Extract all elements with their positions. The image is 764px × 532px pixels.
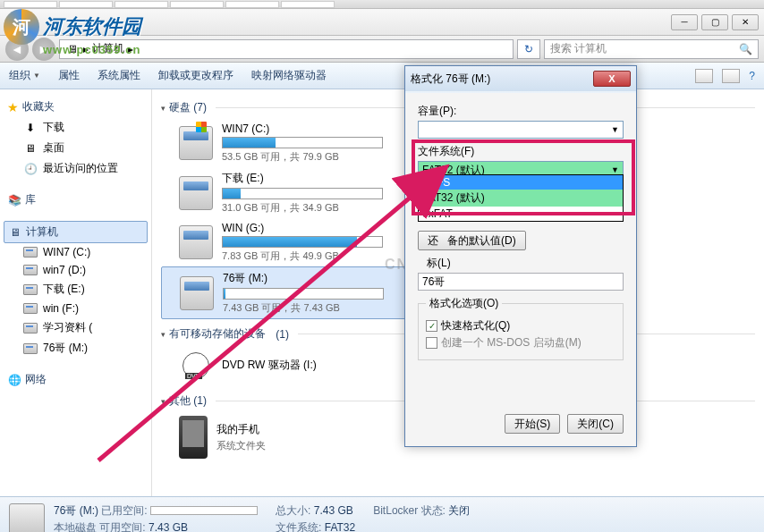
sidebar-drive-c[interactable]: WIN7 (C:) [4, 243, 148, 261]
search-placeholder: 搜索 计算机 [550, 41, 607, 56]
sidebar-drive-m[interactable]: 76哥 (M:) [4, 338, 148, 359]
forward-button[interactable]: ► [32, 38, 55, 61]
sidebar-drive-d[interactable]: win7 (D:) [4, 261, 148, 279]
breadcrumb-computer[interactable]: 计算机 [92, 41, 124, 56]
fs-option-exfat[interactable]: exFAT [419, 207, 623, 221]
desktop-icon: 🖥 [23, 141, 38, 156]
preview-pane-button[interactable] [722, 69, 740, 83]
quick-format-checkbox[interactable]: ✓快速格式化(Q) [426, 318, 615, 334]
sidebar-drive-f[interactable]: win (F:) [4, 300, 148, 317]
dvd-drive[interactable]: DVD DVD RW 驱动器 (I:) [161, 345, 412, 386]
nav-bar: ◄ ► 🖥 ▸ 计算机 ▸ ↻ 搜索 计算机 🔍 [0, 36, 764, 63]
msdos-checkbox[interactable]: 创建一个 MS-DOS 启动盘(M) [426, 335, 615, 350]
fs-option-fat32[interactable]: FAT32 (默认) [419, 190, 623, 207]
browser-tab-strip [0, 0, 764, 9]
search-input[interactable]: 搜索 计算机 🔍 [544, 39, 759, 59]
drive-icon [23, 323, 38, 334]
computer-icon: 🖥 [65, 42, 80, 56]
filesystem-dropdown-list: NTFS FAT32 (默认) exFAT [418, 174, 624, 222]
phone-icon [179, 416, 208, 459]
recent-icon: 🕘 [23, 162, 38, 176]
minimize-button[interactable]: ─ [671, 14, 698, 30]
restore-defaults-button[interactable]: 还 备的默认值(D) [418, 231, 526, 250]
window-close-button[interactable]: ✕ [732, 14, 759, 30]
search-icon: 🔍 [739, 43, 752, 55]
usage-bar [150, 506, 258, 515]
drive-e[interactable]: 下载 (E:) 31.0 GB 可用，共 34.9 GB [161, 167, 412, 218]
help-icon[interactable]: ? [749, 70, 755, 82]
drive-icon [23, 247, 38, 258]
drive-icon [179, 176, 213, 210]
computer-icon: 🖥 [8, 225, 22, 240]
drive-m[interactable]: 76哥 (M:) 7.43 GB 可用，共 7.43 GB [161, 266, 412, 319]
drive-icon [180, 276, 214, 310]
maximize-button[interactable]: ▢ [701, 14, 728, 30]
sidebar-downloads[interactable]: ⬇下载 [4, 117, 148, 138]
fs-option-ntfs[interactable]: NTFS [419, 175, 623, 190]
dvd-icon: DVD [179, 349, 213, 383]
drive-icon [179, 225, 213, 259]
start-button[interactable]: 开始(S) [505, 414, 560, 434]
capacity-label: 容量(P): [418, 104, 624, 119]
format-options-group: 格式化选项(O) ✓快速格式化(Q) 创建一个 MS-DOS 启动盘(M) [418, 296, 624, 360]
drive-icon [23, 265, 38, 275]
drive-icon [23, 284, 38, 295]
favorites-header[interactable]: ★收藏夹 [4, 97, 148, 117]
sidebar: ★收藏夹 ⬇下载 🖥桌面 🕘最近访问的位置 📚库 🖥计算机 WIN7 (C:) … [0, 89, 152, 496]
checkbox-checked-icon: ✓ [426, 320, 437, 332]
format-dialog: 格式化 76哥 (M:) X 容量(P): ▼ 文件系统(F) FAT32 (默… [404, 65, 637, 447]
back-button[interactable]: ◄ [5, 38, 29, 61]
drive-g[interactable]: WIN (G:) 7.83 GB 可用，共 49.9 GB [161, 218, 412, 266]
sidebar-desktop[interactable]: 🖥桌面 [4, 138, 148, 158]
dialog-title: 格式化 76哥 (M:) [411, 72, 490, 87]
library-icon: 📚 [7, 193, 21, 207]
volume-label-text: 标(L) [418, 256, 624, 271]
filesystem-label: 文件系统(F) [418, 144, 624, 159]
volume-label-input[interactable]: 76哥 [418, 273, 624, 291]
properties-button[interactable]: 属性 [58, 68, 80, 83]
drive-icon [23, 343, 38, 354]
status-bar: 76哥 (M:) 已用空间: 本地磁盘 可用空间: 7.43 GB 总大小: 7… [0, 496, 764, 532]
libraries-header[interactable]: 📚库 [4, 190, 148, 210]
drive-icon [9, 503, 45, 533]
download-icon: ⬇ [23, 121, 38, 135]
dialog-close-button[interactable]: X [593, 71, 631, 87]
window-titlebar: ─ ▢ ✕ [0, 9, 764, 36]
breadcrumb[interactable]: 🖥 ▸ 计算机 ▸ [59, 39, 514, 59]
refresh-button[interactable]: ↻ [517, 39, 540, 59]
view-toggle-button[interactable] [695, 69, 713, 83]
map-network-drive-button[interactable]: 映射网络驱动器 [251, 68, 327, 83]
system-properties-button[interactable]: 系统属性 [98, 68, 140, 83]
checkbox-icon [426, 337, 437, 349]
drive-icon [179, 126, 213, 160]
command-bar: 组织▼ 属性 系统属性 卸载或更改程序 映射网络驱动器 ? [0, 63, 764, 89]
dialog-titlebar[interactable]: 格式化 76哥 (M:) X [405, 66, 636, 91]
network-header[interactable]: 🌐网络 [4, 369, 148, 390]
sidebar-drive-g[interactable]: 学习资料 ( [4, 317, 148, 338]
sidebar-drive-e[interactable]: 下载 (E:) [4, 279, 148, 300]
drive-icon [23, 303, 38, 314]
star-icon: ★ [7, 100, 19, 114]
computer-header[interactable]: 🖥计算机 [4, 221, 148, 243]
uninstall-button[interactable]: 卸载或更改程序 [158, 68, 233, 83]
close-button[interactable]: 关闭(C) [567, 414, 624, 434]
network-icon: 🌐 [7, 373, 21, 387]
device-phone[interactable]: 我的手机 系统文件夹 [161, 412, 412, 462]
organize-menu[interactable]: 组织▼ [9, 68, 40, 83]
drive-c[interactable]: WIN7 (C:) 53.5 GB 可用，共 79.9 GB [161, 119, 412, 167]
capacity-select[interactable]: ▼ [418, 121, 624, 139]
sidebar-recent[interactable]: 🕘最近访问的位置 [4, 158, 148, 179]
